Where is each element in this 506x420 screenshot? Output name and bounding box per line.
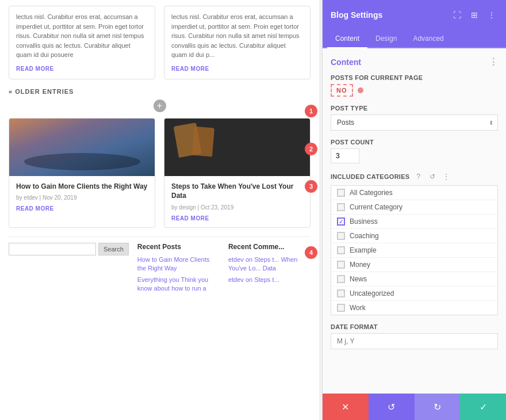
- read-more-road[interactable]: READ MORE: [16, 205, 148, 212]
- redo-button[interactable]: ↻: [415, 394, 461, 420]
- cat-checkbox-money[interactable]: [337, 261, 345, 269]
- recent-comments-title: Recent Comme...: [228, 243, 310, 251]
- read-more-2[interactable]: READ MORE: [171, 64, 303, 73]
- recent-posts-column: Recent Posts How to Gain More Clients th…: [137, 243, 220, 296]
- cat-checkbox-news[interactable]: [337, 275, 345, 283]
- cat-label-coaching: Coaching: [350, 232, 379, 240]
- included-categories-field: Included Categories ? ↺ ⋮ All Categories…: [331, 171, 498, 315]
- cat-item-uncategorized[interactable]: Uncategorized: [331, 287, 497, 301]
- recent-post-1[interactable]: How to Gain More Clients the Right Way: [137, 255, 220, 273]
- cat-checkbox-example[interactable]: [337, 246, 345, 254]
- step-badge-3: 3: [305, 180, 317, 193]
- search-column: Search: [9, 243, 129, 296]
- blog-card-drinks-body: Steps to Take When You've Lost Your Data…: [164, 176, 310, 228]
- blog-card-road-body: How to Gain More Clients the Right Way b…: [9, 176, 155, 218]
- posts-for-current-page-label: Posts For Current Page: [331, 74, 498, 81]
- cat-label-all: All Categories: [350, 189, 393, 197]
- settings-header-icons: ⛶ ⊞ ⋮: [451, 9, 498, 21]
- recent-post-2[interactable]: Everything you Think you know about how …: [137, 276, 220, 293]
- cat-label-news: News: [350, 275, 367, 283]
- cat-checkbox-uncategorized[interactable]: [337, 289, 345, 297]
- recent-comments-column: Recent Comme... etdev on Steps t... When…: [228, 243, 310, 296]
- section-more-icon[interactable]: ⋮: [489, 56, 498, 67]
- cat-checkbox-business[interactable]: ✓: [337, 217, 345, 226]
- blog-card-top-1: lectus nisl. Curabitur eros erat, accums…: [9, 6, 155, 79]
- recent-comment-1[interactable]: etdev on Steps t... When You've Lo... Da…: [228, 255, 310, 273]
- date-format-input[interactable]: [331, 333, 498, 349]
- post-type-field: Post Type Posts Pages Custom: [331, 105, 498, 131]
- more-icon[interactable]: ⋮: [485, 9, 498, 21]
- post-type-select-wrapper: Posts Pages Custom: [331, 114, 498, 131]
- read-more-drinks[interactable]: READ MORE: [171, 215, 303, 222]
- cat-label-money: Money: [350, 261, 370, 269]
- save-button[interactable]: ✓: [460, 394, 506, 420]
- step-badge-1: 1: [305, 105, 317, 117]
- settings-toolbar: ✕ ↺ ↻ ✓: [323, 394, 506, 420]
- settings-body: Content ⋮ Posts For Current Page NO Post…: [323, 48, 506, 394]
- cat-label-business: Business: [350, 217, 378, 226]
- search-input[interactable]: [9, 243, 96, 255]
- content-section-title: Content ⋮: [331, 56, 498, 67]
- toggle-no-value[interactable]: NO: [331, 84, 353, 97]
- cat-item-current[interactable]: Current Category: [331, 200, 497, 215]
- categories-reset-icon[interactable]: ↺: [427, 171, 438, 182]
- settings-title: Blog Settings: [331, 10, 382, 20]
- cat-label-example: Example: [350, 246, 377, 254]
- add-post-button[interactable]: +: [154, 100, 166, 112]
- cat-item-work[interactable]: Work: [331, 301, 497, 315]
- cat-item-example[interactable]: Example: [331, 243, 497, 258]
- post-count-field: Post Count: [331, 139, 498, 163]
- post-type-select[interactable]: Posts Pages Custom: [331, 114, 498, 131]
- settings-panel: Blog Settings ⛶ ⊞ ⋮ Content Design Advan…: [322, 0, 506, 420]
- cat-checkbox-all[interactable]: [337, 189, 345, 197]
- blog-card-road-meta: by etdev | Nov 20, 2019: [16, 194, 148, 201]
- step-badge-4: 4: [305, 246, 317, 259]
- categories-list: All Categories Current Category ✓ Busine…: [331, 185, 498, 315]
- step-badge-2: 2: [305, 143, 317, 155]
- blog-card-drinks-image: [164, 119, 310, 176]
- blog-card-drinks-meta: by design | Oct 23, 2019: [171, 204, 303, 211]
- toggle-row: NO: [331, 84, 498, 97]
- blog-card-road-title: How to Gain More Clients the Right Way: [16, 182, 148, 192]
- cat-item-news[interactable]: News: [331, 272, 497, 287]
- resize-icon[interactable]: ⛶: [451, 9, 463, 21]
- settings-tabs: Content Design Advanced: [323, 30, 506, 48]
- cat-checkbox-coaching[interactable]: [337, 232, 345, 240]
- cat-label-work: Work: [350, 304, 366, 312]
- categories-more-icon[interactable]: ⋮: [441, 171, 451, 182]
- categories-label: Included Categories: [331, 173, 410, 180]
- tab-content[interactable]: Content: [327, 30, 367, 48]
- search-button[interactable]: Search: [98, 243, 129, 255]
- blog-card-road-image: [9, 119, 155, 176]
- settings-header: Blog Settings ⛶ ⊞ ⋮: [323, 0, 506, 30]
- checkmark-business: ✓: [339, 219, 343, 225]
- cat-item-coaching[interactable]: Coaching: [331, 229, 497, 243]
- blog-card-top-2: lectus nisl. Curabitur eros erat, accums…: [164, 6, 310, 79]
- categories-help-icon[interactable]: ?: [413, 171, 424, 182]
- cat-checkbox-work[interactable]: [337, 304, 345, 312]
- categories-header: Included Categories ? ↺ ⋮: [331, 171, 498, 182]
- cat-item-all[interactable]: All Categories: [331, 186, 497, 200]
- cat-item-money[interactable]: Money: [331, 258, 497, 272]
- search-form: Search: [9, 243, 129, 255]
- date-format-field: Date Format: [331, 323, 498, 349]
- blog-card-top-1-text: lectus nisl. Curabitur eros erat, accums…: [16, 13, 144, 58]
- blog-card-road: How to Gain More Clients the Right Way b…: [9, 118, 155, 228]
- tab-advanced[interactable]: Advanced: [405, 30, 451, 48]
- reset-button[interactable]: ↺: [369, 394, 415, 420]
- tab-design[interactable]: Design: [367, 30, 405, 48]
- grid-icon[interactable]: ⊞: [468, 9, 481, 21]
- blog-area: lectus nisl. Curabitur eros erat, accums…: [0, 0, 319, 420]
- read-more-1[interactable]: READ MORE: [16, 64, 148, 73]
- cancel-button[interactable]: ✕: [323, 394, 369, 420]
- cat-checkbox-current[interactable]: [337, 203, 345, 211]
- post-count-input[interactable]: [331, 148, 359, 163]
- blog-card-drinks-title: Steps to Take When You've Lost Your Data: [171, 182, 303, 201]
- cat-label-uncategorized: Uncategorized: [350, 289, 394, 297]
- date-format-label: Date Format: [331, 323, 498, 330]
- toggle-indicator: [358, 87, 363, 93]
- recent-comment-2[interactable]: etdev on Steps t...: [228, 276, 310, 284]
- blog-cards-main: How to Gain More Clients the Right Way b…: [9, 118, 310, 228]
- cat-item-business[interactable]: ✓ Business: [331, 215, 497, 229]
- post-count-label: Post Count: [331, 139, 498, 146]
